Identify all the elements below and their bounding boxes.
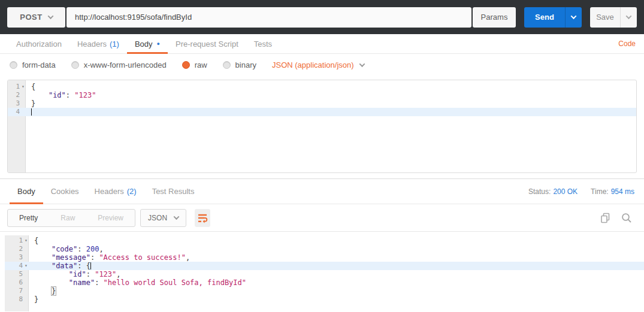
send-label[interactable]: Send <box>524 7 565 28</box>
view-preview-button[interactable]: Preview <box>86 210 135 226</box>
line-number: 3 <box>5 253 29 262</box>
code-line[interactable]: 4 <box>8 108 636 116</box>
view-pretty-button[interactable]: Pretty <box>8 210 49 226</box>
code-token: "hello world Soul Sofa, findById" <box>104 278 246 287</box>
radio-form-data[interactable]: form-data <box>10 60 56 69</box>
url-input[interactable]: http://localhost:9195/sofa/findById <box>66 7 471 28</box>
code-line-text[interactable]: "id": "123" <box>26 91 96 99</box>
code-token: "message" <box>52 253 90 262</box>
line-number: 4▾ <box>5 262 29 270</box>
tab-test-results[interactable]: Test Results <box>144 179 202 204</box>
code-token: , <box>116 270 120 278</box>
code-token: "123" <box>95 270 116 278</box>
code-token <box>34 278 69 287</box>
chevron-down-icon <box>47 13 53 19</box>
response-format-selector[interactable]: JSON <box>140 209 186 227</box>
wrap-text-icon <box>196 212 208 224</box>
request-body-editor[interactable]: 1▾{2 "id": "123"3}4 <box>7 80 637 173</box>
code-line-text[interactable]: "code": 200, <box>29 245 104 253</box>
params-button[interactable]: Params <box>473 7 516 28</box>
code-line-text[interactable]: "name": "hello world Soul Sofa, findById… <box>29 278 246 287</box>
save-button[interactable]: Save <box>590 7 637 28</box>
copy-response-button[interactable] <box>600 213 610 223</box>
code-token: : <box>90 253 99 262</box>
code-line[interactable]: 2 "code": 200, <box>5 245 644 253</box>
search-response-button[interactable] <box>621 213 632 223</box>
send-button[interactable]: Send <box>524 7 582 28</box>
tab-pre-request-script[interactable]: Pre-request Script <box>168 34 246 53</box>
radio-icon <box>223 61 231 69</box>
code-line-text[interactable]: } <box>29 287 56 295</box>
request-tabs: Authorization Headers (1) Body ● Pre-req… <box>0 34 644 54</box>
line-number: 5 <box>5 270 29 278</box>
code-line-text[interactable]: } <box>29 295 38 304</box>
code-line[interactable]: 8} <box>5 295 644 304</box>
response-body-editor[interactable]: 1▾{2 "code": 200,3 "message": "Access to… <box>5 235 644 311</box>
line-number: 2 <box>5 245 29 253</box>
code-token: { <box>86 262 90 270</box>
code-line-text[interactable]: "message": "Access to success!", <box>29 253 190 262</box>
wrap-text-button[interactable] <box>195 209 210 227</box>
code-token: "data" <box>52 262 77 270</box>
code-line[interactable]: 3} <box>8 99 636 108</box>
code-token: : <box>77 262 86 270</box>
fold-arrow-icon[interactable]: ▾ <box>20 83 26 91</box>
tab-body[interactable]: Body ● <box>127 34 168 53</box>
code-token <box>31 91 49 99</box>
status-value: 200 OK <box>553 187 578 196</box>
request-url-bar: POST http://localhost:9195/sofa/findById… <box>0 0 644 34</box>
chevron-down-icon <box>174 214 180 220</box>
headers-count-badge: (1) <box>110 40 119 49</box>
code-line-text[interactable]: "id": "123", <box>29 270 121 278</box>
radio-binary[interactable]: binary <box>223 60 256 69</box>
send-dropdown-button[interactable] <box>565 7 582 28</box>
tab-response-cookies[interactable]: Cookies <box>43 179 87 204</box>
tab-headers[interactable]: Headers (1) <box>69 34 127 53</box>
code-token: "123" <box>74 91 96 99</box>
code-line-text[interactable]: { <box>26 83 35 91</box>
code-line[interactable]: 7 } <box>5 287 644 295</box>
fold-arrow-icon[interactable]: ▾ <box>23 237 29 245</box>
save-dropdown-button[interactable] <box>620 7 637 28</box>
code-line[interactable]: 4▾ "data": { <box>5 262 644 270</box>
line-number: 3 <box>8 99 26 108</box>
code-token <box>34 287 52 295</box>
tab-response-headers[interactable]: Headers (2) <box>87 179 144 204</box>
tab-authorization[interactable]: Authorization <box>8 34 69 53</box>
line-number: 6 <box>5 278 29 287</box>
content-type-selector[interactable]: JSON (application/json) <box>272 60 364 69</box>
response-meta: Status:200 OK Time:954 ms <box>528 179 634 204</box>
radio-x-www-form-urlencoded[interactable]: x-www-form-urlencoded <box>71 60 167 69</box>
method-selector[interactable]: POST <box>7 7 65 28</box>
code-token: , <box>99 245 103 253</box>
code-line[interactable]: 2 "id": "123" <box>8 91 636 99</box>
code-token <box>34 245 52 253</box>
line-number: 7 <box>5 287 29 295</box>
chevron-down-icon <box>571 13 577 19</box>
code-line-text[interactable]: } <box>26 99 35 108</box>
line-number: 8 <box>5 295 29 304</box>
fold-arrow-icon[interactable]: ▾ <box>23 262 29 270</box>
code-token <box>34 270 69 278</box>
view-raw-button[interactable]: Raw <box>49 210 86 226</box>
code-line-text[interactable]: { <box>29 237 38 245</box>
tab-response-body[interactable]: Body <box>10 179 43 204</box>
code-line[interactable]: 6 "name": "hello world Soul Sofa, findBy… <box>5 278 644 287</box>
code-line[interactable]: 5 "id": "123", <box>5 270 644 278</box>
radio-raw[interactable]: raw <box>182 60 207 69</box>
code-line[interactable]: 3 "message": "Access to success!", <box>5 253 644 262</box>
body-modified-dot-icon: ● <box>157 41 160 47</box>
code-line[interactable]: 1▾{ <box>5 237 644 245</box>
code-link[interactable]: Code <box>618 34 636 53</box>
code-line[interactable]: 1▾{ <box>8 83 636 91</box>
code-token: } <box>51 286 56 296</box>
tab-tests[interactable]: Tests <box>246 34 280 53</box>
code-line-text[interactable]: "data": { <box>29 262 91 270</box>
code-token: "id" <box>49 91 66 99</box>
code-token: } <box>31 99 35 108</box>
code-token: "code" <box>52 245 77 253</box>
code-token: : <box>86 270 95 278</box>
response-headers-count-badge: (2) <box>127 187 137 196</box>
save-label[interactable]: Save <box>590 7 620 28</box>
code-line-text[interactable] <box>26 108 32 116</box>
